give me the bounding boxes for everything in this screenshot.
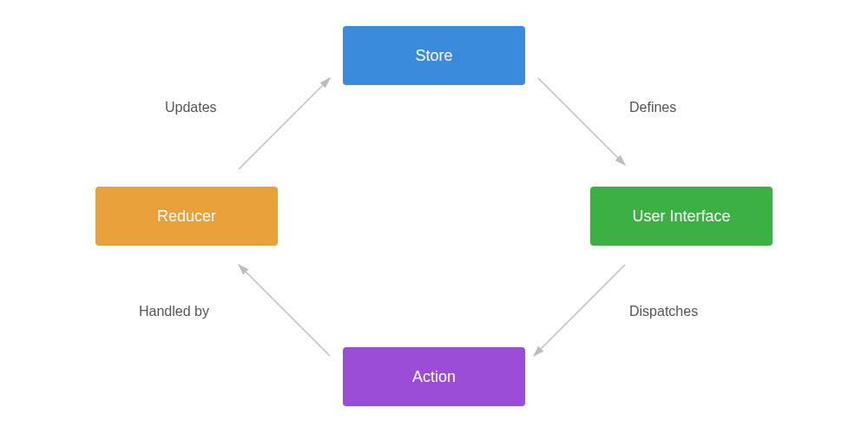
node-reducer: Reducer <box>95 187 278 246</box>
arrow-ui-to-action <box>534 265 625 356</box>
node-action: Action <box>343 347 525 406</box>
arrow-action-to-reducer <box>239 265 330 356</box>
arrow-reducer-to-store <box>239 78 330 169</box>
edge-label-updates: Updates <box>165 100 217 115</box>
arrow-store-to-ui <box>538 78 625 165</box>
node-store: Store <box>343 26 525 85</box>
edge-label-handled-by: Handled by <box>139 304 209 319</box>
node-user-interface: User Interface <box>590 187 773 246</box>
edge-label-dispatches: Dispatches <box>629 304 698 319</box>
edge-label-defines: Defines <box>629 100 676 115</box>
